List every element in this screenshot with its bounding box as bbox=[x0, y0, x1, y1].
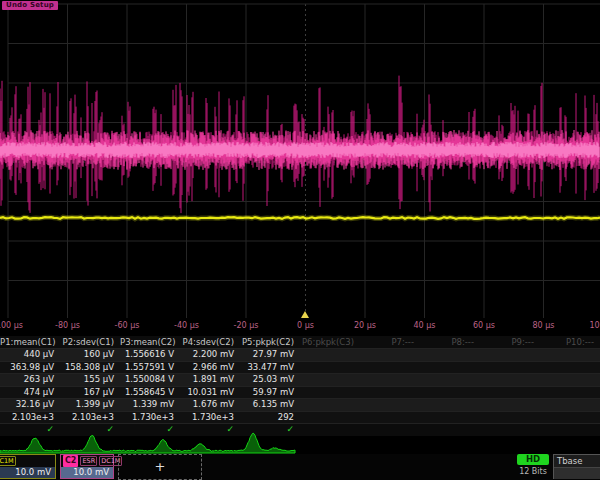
measurement-cell: 6.135 mV bbox=[240, 399, 300, 411]
time-tick-label: -20 µs bbox=[234, 321, 259, 330]
c2-scale-value: 10.0 mV bbox=[61, 467, 113, 478]
measurement-cell bbox=[360, 387, 420, 399]
measurement-cell bbox=[540, 387, 600, 399]
table-row: P1:mean(C1)P2:sdev(C1)P3:mean(C2)P4:sdev… bbox=[0, 336, 600, 348]
measurement-header[interactable]: P10:--- bbox=[540, 336, 600, 348]
time-tick-label: 0 µs bbox=[297, 321, 314, 330]
measurement-cell: 25.03 mV bbox=[240, 374, 300, 386]
measurement-cell: 27.97 mV bbox=[240, 349, 300, 361]
measurement-histicon-strip bbox=[0, 430, 600, 454]
c2-label: C2 bbox=[63, 455, 78, 467]
measurement-cell bbox=[360, 362, 420, 374]
measurement-cell bbox=[480, 412, 540, 424]
time-tick-label: 20 µs bbox=[354, 321, 376, 330]
measurement-header[interactable]: P1:mean(C1) bbox=[0, 336, 60, 348]
time-tick-label: -60 µs bbox=[115, 321, 140, 330]
measurement-cell: 1.550084 V bbox=[120, 374, 180, 386]
measurement-cell bbox=[480, 349, 540, 361]
measurement-cell bbox=[540, 362, 600, 374]
measurement-cell: 167 µV bbox=[60, 387, 120, 399]
measurement-cell: 33.477 mV bbox=[240, 362, 300, 374]
measurement-cell bbox=[360, 349, 420, 361]
timebase-title: Tbase bbox=[554, 455, 600, 468]
measurement-cell bbox=[420, 374, 480, 386]
c1-scale-value: 10.0 mV bbox=[0, 467, 55, 478]
measurement-cell bbox=[480, 362, 540, 374]
time-axis: -100 µs-80 µs-60 µs-40 µs-20 µs0 µs20 µs… bbox=[0, 319, 600, 334]
trace-c1-flat[interactable] bbox=[0, 0, 600, 318]
measurement-header[interactable]: P9:--- bbox=[480, 336, 540, 348]
measurement-cell bbox=[480, 374, 540, 386]
measurement-cell: 59.97 mV bbox=[240, 387, 300, 399]
measurement-cell: 292 bbox=[240, 412, 300, 424]
measurement-cell: 32.16 µV bbox=[0, 399, 60, 411]
measurement-cell: 2.200 mV bbox=[180, 349, 240, 361]
measurement-cell: 155 µV bbox=[60, 374, 120, 386]
measurement-cell bbox=[360, 399, 420, 411]
measurement-cell: 1.557591 V bbox=[120, 362, 180, 374]
channel-c2-descriptor[interactable]: C2 ESR DC1M 10.0 mV bbox=[60, 454, 114, 479]
measurement-cell bbox=[300, 412, 360, 424]
add-trace-button[interactable]: + bbox=[118, 454, 202, 480]
measurement-cell: 1.556616 V bbox=[120, 349, 180, 361]
time-tick-label: 100 µs bbox=[589, 321, 600, 330]
channel-c1-descriptor[interactable]: C1 DC1M 10.0 mV bbox=[0, 454, 56, 479]
measurement-cell bbox=[480, 399, 540, 411]
measurement-cell bbox=[540, 349, 600, 361]
measurement-header[interactable]: P8:--- bbox=[420, 336, 480, 348]
measurement-cell: 474 µV bbox=[0, 387, 60, 399]
time-tick-label: -80 µs bbox=[55, 321, 80, 330]
measurement-cell: 1.730e+3 bbox=[120, 412, 180, 424]
timebase-descriptor[interactable]: Tbase 20.0 µs bbox=[553, 454, 600, 479]
hd-bits-label: 12 Bits bbox=[515, 467, 551, 476]
measurement-cell bbox=[480, 387, 540, 399]
measurement-cell: 2.103e+3 bbox=[60, 412, 120, 424]
table-row: 474 µV167 µV1.558645 V10.031 mV59.97 mV bbox=[0, 386, 600, 399]
undo-setup-button[interactable]: Undo Setup bbox=[2, 1, 58, 10]
measurement-cell bbox=[300, 387, 360, 399]
measurement-cell bbox=[540, 374, 600, 386]
measurement-cell bbox=[420, 399, 480, 411]
hd-mode-badge[interactable]: HD bbox=[517, 454, 549, 465]
table-row: 363.98 µV158.308 µV1.557591 V2.966 mV33.… bbox=[0, 361, 600, 374]
oscilloscope-screen: Undo Setup -100 µs-80 µs-60 µs-40 µs-20 … bbox=[0, 0, 600, 480]
trigger-time-marker-icon[interactable] bbox=[301, 311, 309, 318]
measurement-header[interactable]: P2:sdev(C1) bbox=[60, 336, 120, 348]
measurement-cell bbox=[300, 374, 360, 386]
measurement-cell: 263 µV bbox=[0, 374, 60, 386]
table-row: 263 µV155 µV1.550084 V1.891 mV25.03 mV bbox=[0, 373, 600, 386]
measurement-cell: 160 µV bbox=[60, 349, 120, 361]
measurement-cell: 1.676 mV bbox=[180, 399, 240, 411]
measurement-header[interactable]: P6:pkpk(C3) bbox=[300, 336, 360, 348]
waveform-grid[interactable]: Undo Setup bbox=[0, 0, 600, 318]
c1-coupling-badge: DC1M bbox=[0, 456, 16, 466]
measurement-cell bbox=[420, 349, 480, 361]
measurement-header[interactable]: P3:mean(C2) bbox=[120, 336, 180, 348]
measurement-cell bbox=[360, 374, 420, 386]
time-tick-label: -100 µs bbox=[0, 321, 23, 330]
bottom-bar: C1 DC1M 10.0 mV C2 ESR DC1M 10.0 mV + HD… bbox=[0, 454, 600, 480]
measurement-cell: 1.399 µV bbox=[60, 399, 120, 411]
table-row: 2.103e+32.103e+31.730e+31.730e+3292 bbox=[0, 411, 600, 424]
measurement-cell: 363.98 µV bbox=[0, 362, 60, 374]
measurement-header[interactable]: P5:pkpk(C2) bbox=[240, 336, 300, 348]
c2-esr-badge: ESR bbox=[80, 456, 97, 466]
measurement-cell bbox=[300, 399, 360, 411]
measurement-cell bbox=[540, 399, 600, 411]
measurement-cell bbox=[420, 412, 480, 424]
measurement-cell: 2.103e+3 bbox=[0, 412, 60, 424]
measurement-header[interactable]: P4:sdev(C2) bbox=[180, 336, 240, 348]
measurement-cell: 2.966 mV bbox=[180, 362, 240, 374]
measurement-cell bbox=[300, 349, 360, 361]
time-tick-label: 60 µs bbox=[473, 321, 495, 330]
timebase-value: 20.0 µs bbox=[554, 468, 600, 479]
measurement-cell: 10.031 mV bbox=[180, 387, 240, 399]
measurement-cell bbox=[420, 362, 480, 374]
measurement-cell bbox=[300, 362, 360, 374]
measurement-header[interactable]: P7:--- bbox=[360, 336, 420, 348]
measurement-cell bbox=[420, 387, 480, 399]
measurement-cell: 440 µV bbox=[0, 349, 60, 361]
measurement-cell: 158.308 µV bbox=[60, 362, 120, 374]
table-row: 440 µV160 µV1.556616 V2.200 mV27.97 mV bbox=[0, 348, 600, 361]
time-tick-label: 80 µs bbox=[533, 321, 555, 330]
